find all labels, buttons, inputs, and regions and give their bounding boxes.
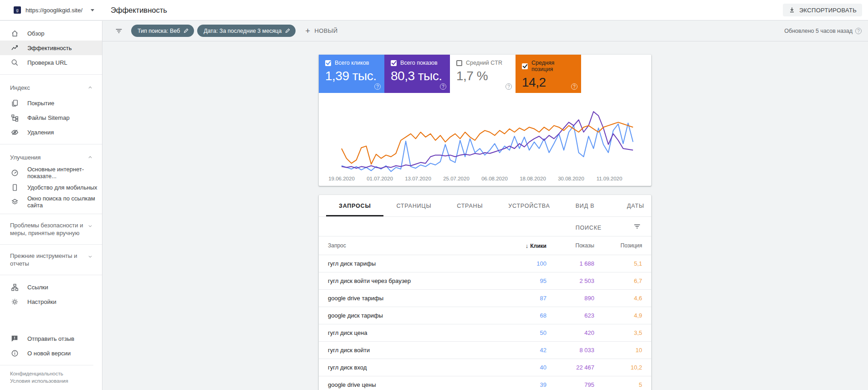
tab-страницы[interactable]: СТРАНИЦЫ <box>383 195 444 216</box>
filter-chip-label: Тип поиска: Веб <box>138 28 180 34</box>
sidebar-item-core-web-vitals[interactable]: Основные интернет-показате... <box>0 165 102 180</box>
edit-icon <box>183 28 189 34</box>
section-label-line2: отчеты <box>10 260 29 267</box>
performance-line-chart[interactable] <box>337 97 638 175</box>
x-axis-tick-label: 11.09.2020 <box>597 176 623 181</box>
tab-вид-в-поиске[interactable]: ВИД В ПОИСКЕ <box>563 195 614 216</box>
column-header-position[interactable]: Позиция <box>594 242 642 249</box>
top-bar: g https://googlikgid.site/ Эффективность… <box>0 0 868 21</box>
dimension-tabs: ЗАПРОСЫСТРАНИЦЫСТРАНЫУСТРОЙСТВАВИД В ПОИ… <box>319 195 651 217</box>
table-row[interactable]: google drive тарифы878904,6 <box>319 289 651 307</box>
sidebar-item-label: Файлы Sitemap <box>27 114 70 121</box>
sidebar-item-label: Удаления <box>27 129 54 136</box>
plus-icon: + <box>305 27 310 35</box>
site-url: https://googlikgid.site/ <box>26 7 91 14</box>
table-row[interactable]: гугл диск вход4022 46710,2 <box>319 359 651 376</box>
query-cell: гугл диск войти через браузер <box>328 277 499 284</box>
tab-запросы[interactable]: ЗАПРОСЫ <box>326 195 383 216</box>
filter-icon[interactable] <box>115 27 123 35</box>
sidebar-item-coverage[interactable]: Покрытие <box>0 96 102 110</box>
privacy-link[interactable]: Конфиденциальность <box>10 371 63 376</box>
legal-links: Конфиденциальность Условия использования <box>0 365 93 390</box>
column-header-clicks[interactable]: ↓Клики <box>499 242 546 249</box>
filter-chip[interactable]: Тип поиска: Веб <box>131 25 194 37</box>
column-header-impressions[interactable]: Показы <box>546 242 594 249</box>
sitemap-icon <box>10 113 19 122</box>
unchecked-checkbox-icon[interactable] <box>456 60 462 66</box>
query-cell: гугл диск вход <box>328 364 499 371</box>
sidebar-section-index[interactable]: Индекс <box>0 79 102 96</box>
metric-card[interactable]: Средний CTR1,7 %? <box>450 55 516 93</box>
table-row[interactable]: гугл диск тарифы1001 6885,1 <box>319 255 651 272</box>
sidebar-item-label: Основные интернет-показате... <box>27 166 102 180</box>
help-icon[interactable]: ? <box>374 83 381 90</box>
query-cell: google диск тарифы <box>328 312 499 319</box>
chevron-down-icon <box>87 223 93 229</box>
filter-chip[interactable]: Дата: За последние 3 месяца <box>197 25 296 37</box>
metric-card[interactable]: Всего показов80,3 тыс.? <box>384 55 450 93</box>
performance-chart-panel: Всего кликов1,39 тыс.?Всего показов80,3 … <box>319 55 651 186</box>
table-row[interactable]: гугл диск цена504203,5 <box>319 324 651 341</box>
impressions-cell: 8 033 <box>546 347 594 354</box>
table-row[interactable]: google диск тарифы686234,9 <box>319 307 651 324</box>
series-Клики <box>342 123 633 171</box>
sidebar-section-legacy[interactable]: Прежние инструменты и отчеты <box>0 249 102 270</box>
checked-checkbox-icon[interactable] <box>325 60 331 66</box>
section-label: Индекс <box>10 84 87 91</box>
tab-страны[interactable]: СТРАНЫ <box>444 195 495 216</box>
checked-checkbox-icon[interactable] <box>522 63 528 69</box>
tab-устройства[interactable]: УСТРОЙСТВА <box>495 195 562 216</box>
table-filter-icon[interactable] <box>633 222 641 231</box>
filter-chip-label: Дата: За последние 3 месяца <box>204 28 281 34</box>
export-button[interactable]: ЭКСПОРТИРОВАТЬ <box>783 4 862 16</box>
terms-link[interactable]: Условия использования <box>10 378 68 384</box>
sidebar-item-mobile-usability[interactable]: Удобство для мобильных <box>0 180 102 195</box>
metric-card-value: 80,3 тыс. <box>391 69 444 83</box>
position-cell: 3,5 <box>594 329 642 336</box>
table-row[interactable]: гугл диск войти через браузер952 5036,7 <box>319 272 651 289</box>
x-axis-tick-label: 25.07.2020 <box>443 176 470 181</box>
impressions-cell: 890 <box>546 295 594 302</box>
sidebar-item-about-version[interactable]: О новой версии <box>0 346 102 360</box>
search-icon <box>10 58 19 67</box>
help-icon[interactable]: ? <box>440 83 446 90</box>
impressions-cell: 420 <box>546 329 594 336</box>
new-filter-label: НОВЫЙ <box>314 27 337 34</box>
column-header-query[interactable]: Запрос <box>328 242 499 249</box>
sidebar-item-performance[interactable]: Эффективность <box>0 41 102 55</box>
clicks-cell: 39 <box>499 381 546 388</box>
sidebar-item-links[interactable]: Ссылки <box>0 280 102 294</box>
query-cell: гугл диск цена <box>328 329 499 336</box>
help-icon[interactable]: ? <box>505 83 512 90</box>
clicks-cell: 95 <box>499 277 546 284</box>
sidebar-item-settings[interactable]: Настройки <box>0 294 102 309</box>
sidebar-item-removals[interactable]: Удаления <box>0 125 102 139</box>
sidebar-item-sitelinks-searchbox[interactable]: Окно поиска по ссылкам сайта <box>0 195 102 209</box>
help-icon[interactable]: ? <box>855 28 862 34</box>
sidebar-section-enhancements[interactable]: Улучшения <box>0 149 102 165</box>
sidebar-item-label: Обзор <box>27 30 45 37</box>
metric-card-value: 1,39 тыс. <box>325 69 379 83</box>
table-row[interactable]: google drive цены397955 <box>319 376 651 390</box>
feedback-icon <box>10 334 19 343</box>
sidebar-item-overview[interactable]: Обзор <box>0 26 102 41</box>
sidebar-item-url-inspection[interactable]: Проверка URL <box>0 55 102 70</box>
sidebar-item-feedback[interactable]: Отправить отзыв <box>0 331 102 346</box>
sidebar-item-sitemaps[interactable]: Файлы Sitemap <box>0 110 102 125</box>
impressions-cell: 795 <box>546 381 594 388</box>
site-selector[interactable]: g https://googlikgid.site/ <box>0 0 102 20</box>
table-row[interactable]: гугл диск войти428 03310 <box>319 341 651 359</box>
help-icon[interactable]: ? <box>571 83 577 90</box>
divider <box>0 275 102 275</box>
table-body: гугл диск тарифы1001 6885,1гугл диск вой… <box>319 255 651 390</box>
queries-table-panel: ЗАПРОСЫСТРАНИЦЫСТРАНЫУСТРОЙСТВАВИД В ПОИ… <box>319 195 651 390</box>
checked-checkbox-icon[interactable] <box>391 60 397 66</box>
section-label: Улучшения <box>10 154 87 161</box>
tab-даты[interactable]: ДАТЫ <box>614 195 657 216</box>
metric-card[interactable]: Всего кликов1,39 тыс.? <box>319 55 384 93</box>
series-Показы <box>342 112 633 168</box>
new-filter-button[interactable]: + НОВЫЙ <box>305 27 337 35</box>
sidebar-section-security[interactable]: Проблемы безопасности и меры, принятые в… <box>0 219 102 240</box>
position-cell: 6,7 <box>594 277 642 284</box>
metric-card[interactable]: Средняя позиция14,2? <box>516 55 581 93</box>
